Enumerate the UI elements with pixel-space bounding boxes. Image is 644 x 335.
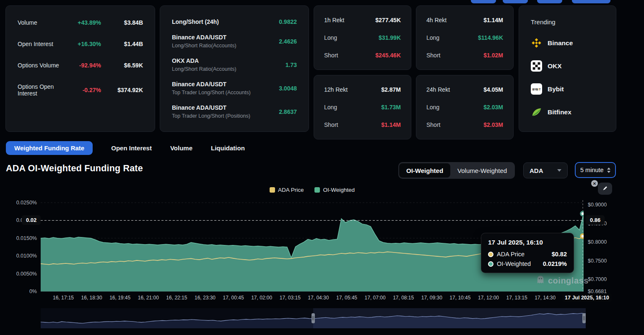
x-axis-tick: 17, 13:15 (506, 295, 527, 301)
watermark-text: coinglass (548, 276, 589, 286)
ratio-value: 1.73 (286, 62, 297, 68)
close-icon[interactable]: ✕ (591, 180, 598, 187)
ratio-labels: Binance ADA/USDTTop Trader Long/Short (A… (172, 81, 251, 95)
tooltip-series-label: ADA Price (497, 251, 548, 258)
x-axis-tick: 17, 14:30 (535, 295, 556, 301)
overview-label: Options Open Interest (18, 83, 62, 97)
rekt-cards-grid: 1h Rekt$277.45KLong$31.99KShort$245.46K4… (314, 5, 514, 132)
symbol-select[interactable]: ADA (523, 162, 568, 178)
overview-change: +43.89% (62, 19, 101, 26)
ratio-value: 0.9822 (279, 18, 297, 25)
legend-swatch-icon (270, 187, 275, 193)
oi-weighted-marker-dot (581, 211, 584, 216)
ratio-row: OKX ADALong/Short Ratio(Accounts)1.73 (172, 57, 297, 72)
top-button-1[interactable] (471, 0, 496, 3)
rekt-short-label: Short (324, 52, 338, 59)
overview-value: $6.59K (101, 62, 143, 69)
bitfinex-logo-icon (531, 106, 542, 118)
overview-change: -92.94% (62, 62, 101, 69)
drawing-tool-button[interactable] (598, 183, 612, 195)
interval-select[interactable]: 5 minute (575, 162, 616, 178)
ratio-labels: Binance ADA/USDTLong/Short Ratio(Account… (172, 34, 236, 49)
rekt-short-row: Short$2.03M (426, 121, 503, 128)
rekt-long-row: Long$114.96K (426, 34, 503, 41)
top-button-3[interactable] (537, 0, 562, 3)
right-axis-tick: $0.7500 (588, 258, 607, 264)
tooltip-row: OI-Weighted0.0219% (488, 260, 567, 267)
marker-pen-icon (601, 184, 609, 193)
tab-volume[interactable]: Volume (170, 144, 192, 152)
rekt-title: 12h Rekt (324, 86, 348, 93)
ratio-title: Binance ADA/USDT (172, 34, 236, 41)
long-short-ratios-card: Long/Short (24h)0.9822Binance ADA/USDTLo… (160, 5, 309, 132)
overview-value: $374.92K (101, 87, 143, 93)
rekt-long-label: Long (426, 34, 439, 41)
navigator-left-handle[interactable] (312, 313, 315, 323)
svg-text:BYB!T: BYB!T (532, 88, 541, 91)
stepper-icon[interactable] (607, 168, 610, 173)
symbol-select-value: ADA (530, 167, 543, 174)
x-axis-tick: 16, 23:30 (195, 295, 216, 301)
legend-item-ada-price[interactable]: ADA Price (270, 187, 304, 193)
ratio-row: Binance ADA/USDTTop Trader Long/Short (P… (172, 104, 297, 119)
left-axis-tick: 0% (0, 288, 37, 295)
rekt-title: 24h Rekt (426, 86, 450, 93)
rekt-total-row: 1h Rekt$277.45K (324, 17, 401, 23)
navigator-selected-range[interactable] (313, 308, 586, 328)
trending-item-okx[interactable]: OKX (531, 60, 604, 72)
chart-legend: ADA PriceOI-Weighted (41, 187, 584, 193)
rekt-total-value: $277.45K (375, 17, 401, 23)
trending-exchange-name: Binance (548, 39, 573, 47)
rekt-title: 1h Rekt (324, 17, 344, 23)
legend-label: ADA Price (278, 187, 304, 193)
trending-item-bybit[interactable]: BYB!TBybit (531, 83, 604, 95)
ratio-labels: OKX ADALong/Short Ratio(Accounts) (172, 57, 236, 72)
rekt-long-value: $2.03M (483, 104, 503, 111)
rekt-card-24h: 24h Rekt$4.05MLong$2.03MShort$2.03M (416, 75, 514, 139)
x-axis-tick: 17, 00:45 (223, 295, 244, 301)
rekt-short-value: $1.14M (381, 121, 401, 128)
segment-oi-weighted[interactable]: OI-Weighted (399, 163, 450, 178)
chart-tabs: Weighted Funding RateOpen InterestVolume… (6, 141, 245, 155)
left-axis-tick: 0.0050% (0, 271, 37, 277)
navigator-right-handle[interactable] (582, 313, 586, 323)
rekt-long-value: $114.96K (478, 34, 503, 41)
left-axis-tick: 0.0250% (0, 199, 37, 206)
rekt-total-row: 4h Rekt$1.14M (426, 17, 503, 23)
bybit-logo-icon: BYB!T (531, 83, 542, 95)
rekt-short-row: Short$245.46K (324, 52, 401, 59)
crosshair-left-badge: 0.02 (22, 215, 41, 225)
market-overview-card: Volume+43.89%$3.84BOpen Interest+16.30%$… (5, 5, 155, 132)
weighting-segmented-control: OI-WeightedVolume-Weighted (398, 162, 515, 179)
trending-exchange-name: Bitfinex (548, 108, 571, 116)
rekt-card-1h: 1h Rekt$277.45KLong$31.99KShort$245.46K (314, 5, 411, 70)
tab-weighted-funding-rate[interactable]: Weighted Funding Rate (6, 141, 93, 155)
x-axis-tick: 16, 21:00 (138, 295, 159, 301)
tab-open-interest[interactable]: Open Interest (111, 144, 152, 152)
trending-item-binance[interactable]: Binance (531, 37, 604, 49)
trending-item-bitfinex[interactable]: Bitfinex (531, 106, 604, 118)
ratio-value: 2.8637 (279, 108, 297, 115)
tooltip-series-dot (488, 261, 493, 267)
top-button-4[interactable] (572, 0, 610, 3)
ratio-title: Binance ADA/USDT (172, 104, 250, 111)
overview-change: +16.30% (62, 41, 101, 47)
rekt-short-row: Short$1.14M (324, 121, 401, 128)
tooltip-row: ADA Price$0.82 (488, 251, 567, 258)
rekt-short-value: $2.03M (483, 121, 503, 128)
tab-liquidation[interactable]: Liquidation (211, 144, 245, 152)
ratio-subtitle: Long/Short Ratio(Accounts) (172, 43, 236, 49)
rekt-long-label: Long (426, 104, 439, 111)
rekt-total-value: $2.87M (381, 86, 401, 93)
overview-row: Options Open Interest-0.27%$374.92K (18, 83, 143, 97)
ratio-value: 3.0048 (279, 85, 297, 92)
segment-volume-weighted[interactable]: Volume-Weighted (450, 163, 514, 178)
top-button-2[interactable] (503, 0, 528, 3)
ratio-subtitle: Top Trader Long/Short (Accounts) (172, 90, 251, 95)
x-axis-tick: 16, 17:15 (53, 295, 74, 301)
tooltip-series-value: 0.0219% (543, 260, 567, 267)
rekt-card-4h: 4h Rekt$1.14MLong$114.96KShort$1.02M (416, 5, 514, 70)
trending-exchange-name: Bybit (548, 85, 564, 93)
legend-item-oi-weighted[interactable]: OI-Weighted (314, 187, 355, 193)
chart-navigator[interactable] (41, 308, 586, 328)
